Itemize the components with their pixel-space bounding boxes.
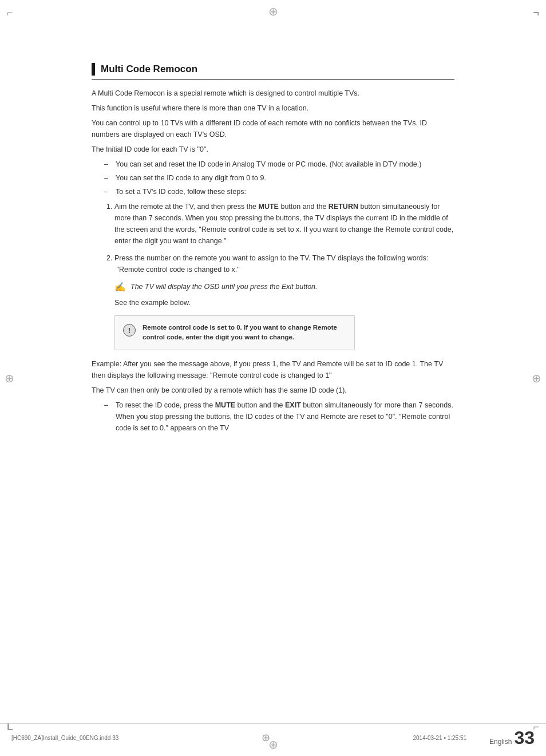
note-row: ✍ The TV will display the OSD until you … [114,281,454,292]
warning-bold-text: Remote control code is set to 0. If you … [143,324,337,341]
numbered-item-1-text: Aim the remote at the TV, and then press… [114,203,453,245]
mute-keyword: MUTE [259,203,279,211]
section-title-accent [92,63,95,76]
example-para-2: The TV can then only be controlled by a … [92,385,454,396]
warning-text: Remote control code is set to 0. If you … [143,323,346,343]
section-title-bar: Multi Code Remocon [92,63,454,80]
numbered-item-2-text: Press the number on the remote you want … [114,254,428,274]
warning-box: ! Remote control code is set to 0. If yo… [114,315,355,350]
footer-crosshair-icon: ⊕ [262,731,270,744]
see-example-text: See the example below. [114,297,454,308]
bullet-item-2: You can set the ID code to any digit fro… [109,172,454,184]
mute-keyword-2: MUTE [215,401,235,409]
exit-keyword: EXIT [285,401,301,409]
intro-line-1: A Multi Code Remocon is a special remote… [92,88,454,99]
reset-bullet-list: To reset the ID code, press the MUTE but… [109,399,454,434]
example-para-1: Example: After you see the message above… [92,358,454,381]
note-icon: ✍ [114,282,126,292]
crosshair-left-icon: ⊕ [5,371,14,385]
bullet-item-1: You can set and reset the ID code in Ana… [109,159,454,170]
corner-mark-tr: ¬ [533,7,539,19]
section-title: Multi Code Remocon [101,64,197,75]
bullet-list: You can set and reset the ID code in Ana… [109,159,454,197]
reset-bullet-item: To reset the ID code, press the MUTE but… [109,399,454,434]
intro-line-2: This function is useful where there is m… [92,102,454,114]
numbered-item-2: Press the number on the remote you want … [114,252,454,275]
footer-date: 2014-03-21 • 1:25:51 [413,735,466,741]
footer-right-section: 2014-03-21 • 1:25:51 English 33 [413,729,535,747]
intro-line-4: The Initial ID code for each TV is "0". [92,144,454,155]
footer-page-number-section: English 33 [489,729,535,747]
main-content: Multi Code Remocon A Multi Code Remocon … [46,34,500,483]
crosshair-right-icon: ⊕ [532,371,541,385]
footer-filename: [HC690_ZA]Install_Guide_00ENG.indd 33 [11,735,118,741]
corner-mark-tl: ⌐ [7,7,13,19]
intro-line-3: You can control up to 10 TVs with a diff… [92,117,454,140]
note-text: The TV will display the OSD until you pr… [130,281,318,292]
footer-page-num: 33 [514,729,535,747]
warning-icon: ! [123,324,136,337]
footer-english-label: English [489,738,512,746]
page-footer: [HC690_ZA]Install_Guide_00ENG.indd 33 ⊕ … [0,723,546,747]
numbered-item-1: Aim the remote at the TV, and then press… [114,201,454,247]
numbered-list: Aim the remote at the TV, and then press… [114,201,454,275]
crosshair-top-icon: ⊕ [268,5,278,18]
bullet-item-3: To set a TV's ID code, follow these step… [109,186,454,197]
page-container: ⊕ ⌐ ¬ ⊕ ⊕ Multi Code Remocon A Multi Cod… [0,0,546,756]
return-keyword: RETURN [329,203,358,211]
